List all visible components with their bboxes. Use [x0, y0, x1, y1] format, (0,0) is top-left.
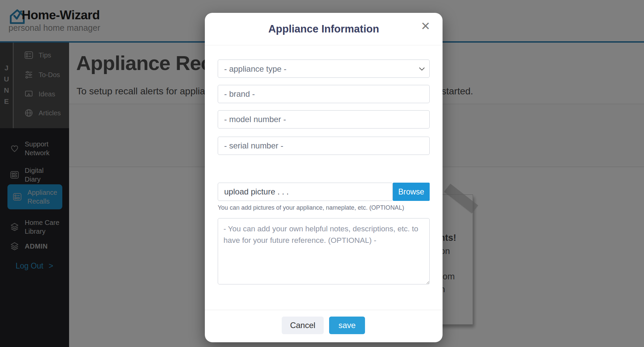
- save-button[interactable]: save: [329, 317, 365, 334]
- modal-title: Appliance Information: [205, 23, 443, 35]
- brand-input[interactable]: [218, 85, 430, 103]
- serial-number-input[interactable]: [218, 137, 430, 155]
- browse-button[interactable]: Browse: [393, 183, 430, 201]
- model-number-input[interactable]: [218, 110, 430, 129]
- upload-picture-input[interactable]: [218, 183, 393, 201]
- cancel-button[interactable]: Cancel: [282, 317, 324, 334]
- upload-help-text: You can add pictures of your appliance, …: [218, 204, 404, 211]
- close-icon[interactable]: ✕: [421, 20, 431, 32]
- app-root: Home-Wizard personal home manager J U N …: [0, 0, 644, 347]
- modal-footer-divider: [205, 310, 443, 310]
- appliance-information-modal: Appliance Information ✕ - appliance type…: [205, 13, 443, 342]
- appliance-type-select[interactable]: - appliance type -: [218, 60, 430, 78]
- modal-header-divider: [205, 45, 443, 45]
- notes-textarea[interactable]: [218, 218, 430, 284]
